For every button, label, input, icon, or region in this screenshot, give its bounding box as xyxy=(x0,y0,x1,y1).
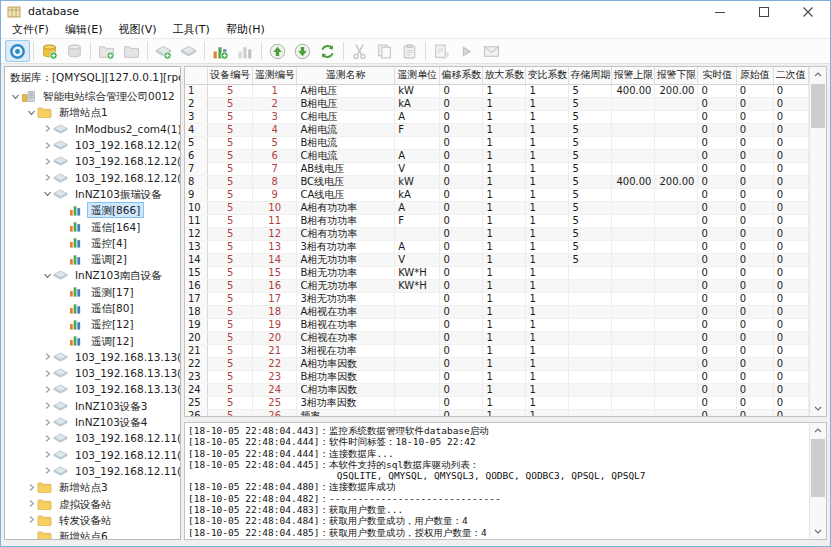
table-cell[interactable]: 0 xyxy=(698,162,736,175)
table-cell[interactable] xyxy=(612,357,655,370)
tree-item[interactable]: 103_192.168.12.11(2) xyxy=(5,447,180,463)
table-cell[interactable]: 10 xyxy=(252,201,297,214)
table-cell[interactable]: 5 xyxy=(208,292,253,305)
table-cell[interactable]: 0 xyxy=(736,201,773,214)
table-cell[interactable]: 1 xyxy=(526,201,569,214)
table-cell[interactable]: 0 xyxy=(440,162,483,175)
table-cell[interactable]: 3 xyxy=(252,110,297,123)
table-cell[interactable]: CA线电压 xyxy=(297,188,395,201)
table-cell[interactable]: 3相视在功率 xyxy=(297,344,395,357)
table-cell[interactable]: 1 xyxy=(483,214,526,227)
table-cell[interactable]: 25 xyxy=(252,396,297,409)
tree-item[interactable]: 103_192.168.13.13(3) xyxy=(5,381,180,397)
table-cell[interactable]: 0 xyxy=(773,162,808,175)
table-cell[interactable]: 1 xyxy=(252,84,297,97)
table-cell[interactable] xyxy=(612,136,655,149)
table-cell[interactable] xyxy=(395,292,440,305)
table-cell[interactable] xyxy=(655,227,698,240)
table-cell[interactable] xyxy=(655,396,698,409)
table-corner[interactable] xyxy=(185,67,208,84)
table-cell[interactable]: 26 xyxy=(252,409,297,416)
table-cell[interactable]: 5 xyxy=(569,97,612,110)
table-cell[interactable] xyxy=(569,266,612,279)
table-cell[interactable]: 0 xyxy=(736,136,773,149)
table-cell[interactable] xyxy=(655,214,698,227)
table-cell[interactable] xyxy=(569,279,612,292)
chevron-right-icon[interactable] xyxy=(42,352,53,361)
table-cell[interactable]: 1 xyxy=(526,370,569,383)
table-cell[interactable]: 0 xyxy=(440,318,483,331)
table-cell[interactable] xyxy=(612,149,655,162)
table-cell[interactable] xyxy=(655,331,698,344)
table-cell[interactable]: 5 xyxy=(208,123,253,136)
table-cell[interactable]: 0 xyxy=(773,331,808,344)
table-cell[interactable] xyxy=(655,279,698,292)
table-cell[interactable]: 1 xyxy=(526,357,569,370)
table-cell[interactable]: 0 xyxy=(773,149,808,162)
table-cell[interactable]: 9 xyxy=(252,188,297,201)
table-cell[interactable]: 200.00 xyxy=(655,175,698,188)
table-cell[interactable] xyxy=(655,123,698,136)
chevron-right-icon[interactable] xyxy=(42,418,53,427)
row-number[interactable]: 19 xyxy=(185,318,208,331)
table-cell[interactable]: C相无功功率 xyxy=(297,279,395,292)
chevron-right-icon[interactable] xyxy=(42,401,53,410)
table-cell[interactable]: 0 xyxy=(698,266,736,279)
table-cell[interactable]: 5 xyxy=(208,201,253,214)
tree-item[interactable]: 103_192.168.13.13(1) xyxy=(5,349,180,365)
table-cell[interactable]: 0 xyxy=(440,370,483,383)
table-cell[interactable]: 1 xyxy=(526,383,569,396)
table-cell[interactable] xyxy=(569,292,612,305)
table-cell[interactable] xyxy=(655,149,698,162)
tree-item[interactable]: 103_192.168.12.12(2) xyxy=(5,153,180,169)
move-up-icon[interactable] xyxy=(265,40,290,62)
table-cell[interactable] xyxy=(612,110,655,123)
row-number[interactable]: 26 xyxy=(185,409,208,416)
table-cell[interactable]: AB线电压 xyxy=(297,162,395,175)
table-cell[interactable]: A相电流 xyxy=(297,123,395,136)
table-cell[interactable]: 0 xyxy=(773,292,808,305)
table-cell[interactable]: kA xyxy=(395,97,440,110)
table-cell[interactable] xyxy=(655,201,698,214)
table-cell[interactable]: 0 xyxy=(698,370,736,383)
table-cell[interactable]: 0 xyxy=(773,227,808,240)
column-header[interactable]: 遥测单位 xyxy=(395,67,440,84)
table-cell[interactable]: 0 xyxy=(773,188,808,201)
table-cell[interactable]: 7 xyxy=(252,162,297,175)
table-cell[interactable]: 1 xyxy=(483,318,526,331)
table-cell[interactable]: 0 xyxy=(736,292,773,305)
table-cell[interactable]: 0 xyxy=(736,279,773,292)
tree-item[interactable]: 103_192.168.12.11(3) xyxy=(5,463,180,479)
table-cell[interactable]: 0 xyxy=(736,383,773,396)
table-cell[interactable]: 0 xyxy=(773,253,808,266)
table-cell[interactable]: V xyxy=(395,253,440,266)
table-cell[interactable]: 5 xyxy=(208,240,253,253)
table-cell[interactable]: kW xyxy=(395,175,440,188)
table-cell[interactable]: 5 xyxy=(569,214,612,227)
row-number[interactable]: 25 xyxy=(185,396,208,409)
table-cell[interactable]: 11 xyxy=(252,214,297,227)
table-cell[interactable]: 0 xyxy=(440,409,483,416)
table-cell[interactable] xyxy=(395,383,440,396)
table-cell[interactable]: 5 xyxy=(569,253,612,266)
table-cell[interactable]: 0 xyxy=(698,123,736,136)
table-cell[interactable]: 0 xyxy=(440,123,483,136)
row-number[interactable]: 9 xyxy=(185,188,208,201)
table-cell[interactable]: 1 xyxy=(526,279,569,292)
table-cell[interactable] xyxy=(655,383,698,396)
table-cell[interactable]: 1 xyxy=(526,175,569,188)
table-cell[interactable]: A相功率因数 xyxy=(297,357,395,370)
table-cell[interactable]: 0 xyxy=(773,266,808,279)
table-cell[interactable]: 5 xyxy=(208,383,253,396)
table-cell[interactable]: C相电压 xyxy=(297,110,395,123)
table-cell[interactable]: 0 xyxy=(736,409,773,416)
tree-item[interactable]: 遥控[12] xyxy=(5,316,180,332)
table-cell[interactable]: 1 xyxy=(483,188,526,201)
table-cell[interactable]: 0 xyxy=(698,201,736,214)
table-cell[interactable]: 0 xyxy=(773,136,808,149)
table-cell[interactable]: 12 xyxy=(252,227,297,240)
table-cell[interactable]: 1 xyxy=(526,305,569,318)
table-cell[interactable]: C相视在功率 xyxy=(297,331,395,344)
row-number[interactable]: 10 xyxy=(185,201,208,214)
table-cell[interactable]: 1 xyxy=(483,175,526,188)
